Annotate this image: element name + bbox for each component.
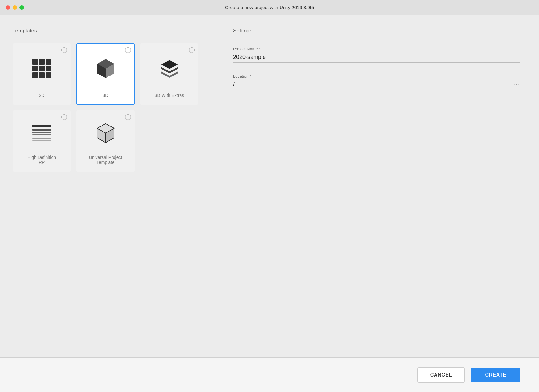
info-icon-upt[interactable]: i: [125, 114, 131, 120]
svg-rect-7: [39, 72, 45, 78]
template-label-3d-extras: 3D With Extras: [155, 93, 184, 98]
templates-section-title: Templates: [13, 28, 201, 34]
project-name-field-group: Project Name *: [233, 47, 520, 63]
svg-rect-2: [46, 59, 51, 65]
main-area: Templates i: [0, 15, 539, 357]
svg-rect-16: [32, 125, 51, 127]
svg-rect-8: [46, 72, 51, 78]
footer: CANCEL CREATE: [0, 357, 539, 392]
project-name-label: Project Name *: [233, 47, 520, 51]
create-button[interactable]: CREATE: [471, 368, 520, 382]
template-label-upt: Universal Project Template: [89, 155, 122, 165]
location-input-wrap: ···: [233, 81, 520, 90]
location-field-group: Location * ···: [233, 74, 520, 90]
svg-marker-13: [161, 60, 178, 69]
svg-rect-4: [39, 66, 45, 71]
right-panel: Settings Project Name * Location * ···: [214, 15, 539, 357]
svg-rect-6: [32, 72, 38, 78]
svg-rect-18: [32, 132, 51, 133]
template-card-hdrp[interactable]: i High Definition RP: [13, 110, 71, 172]
info-icon-3d[interactable]: i: [125, 47, 131, 53]
close-button[interactable]: [6, 5, 10, 10]
svg-rect-5: [46, 66, 51, 71]
template-card-3d-extras[interactable]: i 3D With Extras: [140, 43, 198, 105]
template-label-hdrp: High Definition RP: [27, 155, 56, 165]
svg-rect-3: [32, 66, 38, 71]
location-label: Location *: [233, 74, 520, 79]
templates-grid: i 2D: [13, 43, 201, 172]
minimize-button[interactable]: [13, 5, 17, 10]
svg-rect-1: [39, 59, 45, 65]
svg-rect-19: [32, 134, 51, 135]
svg-rect-21: [32, 138, 51, 139]
window-controls: [6, 5, 24, 10]
cancel-button[interactable]: CANCEL: [417, 367, 465, 383]
template-card-3d[interactable]: i 3D: [76, 43, 135, 105]
title-bar: Create a new project with Unity 2019.3.0…: [0, 0, 539, 15]
info-icon-2d[interactable]: i: [61, 47, 67, 53]
window-title: Create a new project with Unity 2019.3.0…: [225, 5, 314, 10]
template-card-upt[interactable]: i Universal Project Template: [76, 110, 135, 172]
location-input[interactable]: [233, 81, 510, 88]
template-label-2d: 2D: [39, 93, 45, 98]
svg-rect-0: [32, 59, 38, 65]
project-name-input[interactable]: [233, 54, 520, 60]
info-icon-3d-extras[interactable]: i: [189, 47, 195, 53]
settings-section-title: Settings: [233, 28, 520, 34]
template-card-2d[interactable]: i 2D: [13, 43, 71, 105]
info-icon-hdrp[interactable]: i: [61, 114, 67, 120]
maximize-button[interactable]: [19, 5, 24, 10]
template-label-3d: 3D: [103, 93, 108, 98]
svg-rect-20: [32, 137, 51, 137]
location-browse-button[interactable]: ···: [510, 81, 520, 88]
svg-rect-22: [32, 140, 51, 141]
left-panel: Templates i: [0, 15, 214, 357]
project-name-input-wrap: [233, 54, 520, 63]
svg-rect-17: [32, 129, 51, 131]
